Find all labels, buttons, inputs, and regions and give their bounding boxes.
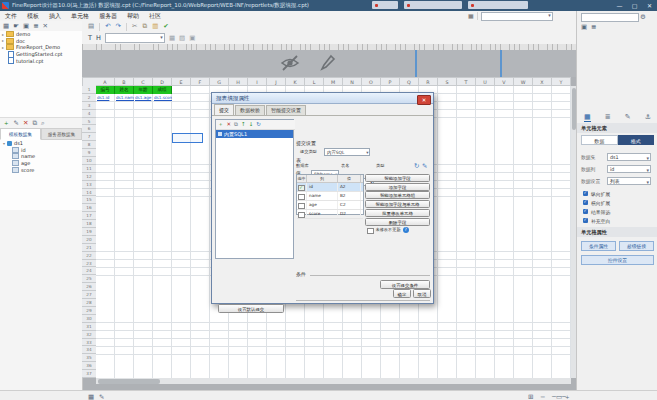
open-template-chip[interactable] bbox=[372, 1, 398, 9]
row-header[interactable]: 26 bbox=[82, 283, 96, 291]
column-header[interactable]: N bbox=[343, 77, 362, 86]
refresh-icon[interactable]: ↻ bbox=[256, 120, 261, 129]
sheet-icon[interactable]: ▦ bbox=[88, 393, 94, 400]
row-header[interactable]: 6 bbox=[82, 125, 96, 133]
close-icon[interactable]: ✕ bbox=[43, 22, 48, 31]
dialog-tab[interactable]: 提交 bbox=[214, 104, 234, 115]
grid-view-icon[interactable]: ⊞ bbox=[528, 393, 533, 400]
dialog-side-button[interactable]: 删除字段 bbox=[365, 218, 430, 226]
no-change-checkbox[interactable] bbox=[367, 228, 374, 235]
header-style-icon[interactable]: H bbox=[96, 34, 101, 43]
row-header[interactable]: 18 bbox=[82, 220, 96, 228]
menu-item[interactable]: 单元格 bbox=[66, 11, 94, 21]
column-header[interactable]: W bbox=[514, 77, 533, 86]
bound-field-cell[interactable]: ds1.score bbox=[153, 94, 172, 102]
bound-field-cell[interactable]: ds1.id bbox=[96, 94, 115, 102]
option-checkbox[interactable] bbox=[583, 218, 588, 223]
dataset-tab[interactable]: 服务器数据集 bbox=[41, 128, 82, 140]
dataset-field[interactable]: age bbox=[0, 160, 82, 167]
bound-header-cell[interactable]: 年龄 bbox=[134, 86, 153, 94]
dialog-side-button[interactable]: 批量修改单元格 bbox=[365, 209, 430, 217]
selected-cell[interactable] bbox=[172, 133, 203, 143]
help-icon[interactable]: ? bbox=[403, 227, 409, 233]
style-brush-icon[interactable]: ✎ bbox=[625, 113, 631, 121]
template-tree-item[interactable]: ▸FineReport_Demo bbox=[0, 44, 82, 51]
column-header[interactable]: V bbox=[495, 77, 514, 86]
dialog-tab[interactable]: 智能提交设置 bbox=[266, 105, 306, 115]
dialog-side-button[interactable]: 智能添加字段与单元格 bbox=[365, 200, 430, 208]
edit-icon[interactable]: ✎ bbox=[422, 162, 427, 171]
row-header[interactable]: 5 bbox=[82, 118, 96, 126]
set-condition-button[interactable]: 设置提交条件 bbox=[380, 280, 430, 289]
column-header[interactable]: D bbox=[153, 77, 172, 86]
field-table-row[interactable]: nameB2 bbox=[297, 192, 363, 201]
column-header[interactable]: Q bbox=[400, 77, 419, 86]
list-icon[interactable]: ≣ bbox=[591, 23, 596, 32]
move-down-icon[interactable]: ↓ bbox=[249, 120, 254, 129]
vertical-scrollbar-thumb[interactable] bbox=[572, 88, 576, 130]
column-header[interactable]: B bbox=[115, 77, 134, 86]
bound-header-cell[interactable]: 成绩 bbox=[153, 86, 172, 94]
bound-field-cell[interactable]: ds1.name bbox=[115, 94, 134, 102]
close-button[interactable]: ✕ bbox=[644, 1, 655, 10]
row-header[interactable]: 25 bbox=[82, 275, 96, 283]
property-combo[interactable]: id bbox=[607, 165, 651, 173]
hyperlink-icon[interactable]: ⚓ bbox=[645, 113, 651, 121]
column-header[interactable]: S bbox=[438, 77, 457, 86]
folder-view-icon[interactable]: ▣ bbox=[23, 22, 29, 31]
dataset-field[interactable]: id bbox=[0, 147, 82, 154]
column-header[interactable]: K bbox=[286, 77, 305, 86]
row-header[interactable]: 29 bbox=[82, 307, 96, 315]
font-combo[interactable] bbox=[105, 33, 165, 43]
row-header[interactable]: 33 bbox=[82, 339, 96, 347]
column-header[interactable]: F bbox=[191, 77, 210, 86]
pin-icon[interactable]: ▣ bbox=[581, 23, 587, 32]
dataset-tab[interactable]: 模板数据集 bbox=[0, 128, 41, 140]
merge-cells-icon[interactable]: ▣ bbox=[189, 34, 195, 43]
property-search-input[interactable] bbox=[581, 13, 639, 22]
row-header[interactable]: 20 bbox=[82, 236, 96, 244]
expand-icon[interactable]: ▸ bbox=[2, 45, 4, 50]
undo-icon[interactable]: ↶ bbox=[105, 22, 110, 31]
row-header[interactable]: 28 bbox=[82, 299, 96, 307]
menu-item[interactable]: 插入 bbox=[44, 11, 66, 21]
column-header[interactable]: G bbox=[210, 77, 229, 86]
row-header[interactable]: 3 bbox=[82, 102, 96, 110]
column-header[interactable]: M bbox=[324, 77, 343, 86]
delete-icon[interactable]: ✕ bbox=[23, 119, 28, 128]
menu-item[interactable]: 文件 bbox=[0, 11, 22, 21]
row-header[interactable]: 8 bbox=[82, 141, 96, 149]
expand-icon[interactable]: ▸ bbox=[2, 32, 4, 37]
row-header[interactable]: 36 bbox=[82, 362, 96, 370]
hand-icon[interactable]: ☛ bbox=[13, 22, 19, 31]
column-header[interactable]: X bbox=[533, 77, 552, 86]
copy-icon[interactable]: ⧉ bbox=[143, 22, 148, 31]
column-header[interactable]: L bbox=[305, 77, 324, 86]
expand-icon[interactable]: ▸ bbox=[2, 38, 4, 43]
dialog-side-button[interactable]: 智能添加字段 bbox=[365, 174, 430, 182]
panel-button[interactable]: 超级链接 bbox=[619, 241, 654, 251]
row-header[interactable]: 4 bbox=[82, 110, 96, 118]
row-header[interactable]: 10 bbox=[82, 157, 96, 165]
column-header[interactable]: Y bbox=[552, 77, 571, 86]
column-header[interactable]: O bbox=[362, 77, 381, 86]
row-checkbox[interactable] bbox=[298, 203, 305, 210]
row-header[interactable]: 21 bbox=[82, 244, 96, 252]
template-tree-item[interactable]: GettingStarted.cpt bbox=[0, 51, 82, 58]
option-checkbox[interactable] bbox=[583, 200, 588, 205]
menu-item[interactable]: 服务器 bbox=[94, 11, 122, 21]
row-header[interactable]: 1 bbox=[82, 86, 96, 94]
add-icon[interactable]: ＋ bbox=[3, 119, 10, 128]
format-painter-icon[interactable]: ✔ bbox=[163, 22, 168, 31]
window-icon[interactable]: ▦ bbox=[468, 12, 474, 20]
default-submit-button[interactable]: 设置默认提交 bbox=[218, 304, 284, 313]
widget-settings-button[interactable]: 控件设置 bbox=[581, 255, 654, 265]
copy-icon[interactable]: ⧉ bbox=[234, 120, 238, 129]
column-header[interactable]: C bbox=[134, 77, 153, 86]
template-tree-item[interactable]: tutorial.cpt bbox=[0, 57, 82, 64]
horizontal-scrollbar-thumb[interactable] bbox=[98, 379, 160, 384]
layers-icon[interactable]: ≣ bbox=[33, 22, 38, 31]
row-header[interactable]: 2 bbox=[82, 94, 96, 102]
open-template-chip[interactable] bbox=[404, 1, 462, 9]
row-header[interactable]: 19 bbox=[82, 228, 96, 236]
